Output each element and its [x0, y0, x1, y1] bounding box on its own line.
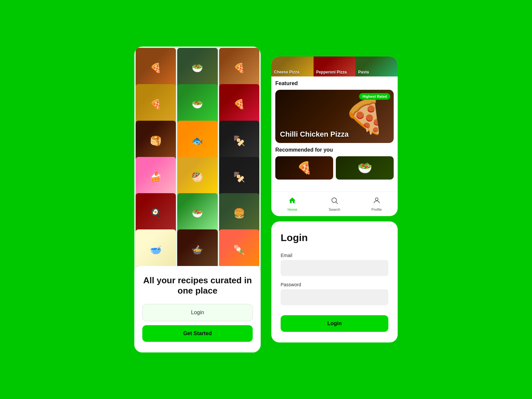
home-icon	[288, 197, 296, 206]
nav-home-label: Home	[288, 207, 297, 211]
svg-point-2	[375, 198, 378, 200]
food-item: 🍕	[136, 48, 176, 88]
category-label: Pepperoni Pizza	[316, 70, 347, 74]
food-app-screen: Cheese Pizza Pepperoni Pizza Pasta Featu…	[271, 57, 398, 216]
login-title: Login	[281, 232, 388, 243]
login-screen: Login Email Password Login	[271, 221, 398, 342]
nav-search[interactable]: Search	[314, 195, 356, 213]
svg-line-1	[336, 202, 338, 204]
food-grid: 🍕 🥗 🍕 🍕 🥗 🍕 🥞 🐟 🍢 🍰 🥙 🍢 🍳 🥗 🍔 🥣 🍲 🍡	[134, 47, 261, 266]
rec-image-2: 🥗	[336, 156, 394, 180]
food-item: 🥗	[177, 193, 217, 233]
category-label: Pasta	[358, 70, 369, 74]
featured-title: Featured	[275, 80, 394, 86]
login-button[interactable]: Login	[281, 315, 388, 332]
search-icon	[331, 197, 338, 206]
food-item: 🐟	[177, 121, 217, 161]
email-input[interactable]	[281, 260, 388, 276]
email-label: Email	[281, 253, 388, 258]
recommended-section: Recommended for you 🍕 🥗	[271, 146, 398, 182]
food-item: 🍕	[219, 84, 259, 124]
category-label: Cheese Pizza	[274, 70, 299, 74]
left-phone-panel: 🍕 🥗 🍕 🍕 🥗 🍕 🥞 🐟 🍢 🍰 🥙 🍢 🍳 🥗 🍔 🥣 🍲 🍡 All …	[134, 47, 261, 352]
food-item: 🍲	[177, 229, 217, 266]
food-item: 🍕	[136, 84, 176, 124]
food-item: 🍢	[219, 157, 259, 197]
food-item: 🍔	[219, 193, 259, 233]
category-cheese-pizza[interactable]: Cheese Pizza	[271, 57, 314, 76]
login-button-left[interactable]: Login	[142, 304, 253, 321]
category-bar: Cheese Pizza Pepperoni Pizza Pasta	[271, 57, 398, 76]
food-item: 🍰	[136, 157, 176, 197]
tagline: All your recipes curated in one place	[142, 275, 253, 296]
food-item: 🍡	[219, 229, 259, 266]
recommended-title: Recommended for you	[275, 147, 394, 153]
bottom-nav: Home Search Profile	[271, 192, 398, 216]
food-item: 🥗	[177, 84, 217, 124]
nav-home[interactable]: Home	[271, 195, 314, 213]
svg-point-0	[332, 198, 336, 202]
rec-image-1: 🍕	[275, 156, 333, 180]
featured-card[interactable]: 🍕 Highest Rated Chilli Chicken Pizza	[275, 90, 394, 143]
category-pepperoni-pizza[interactable]: Pepperoni Pizza	[314, 57, 356, 76]
profile-icon	[373, 197, 381, 206]
food-item: 🥣	[136, 229, 176, 266]
nav-profile[interactable]: Profile	[355, 195, 398, 213]
nav-profile-label: Profile	[371, 207, 382, 211]
get-started-button[interactable]: Get Started	[142, 325, 253, 342]
food-item: 🥙	[177, 157, 217, 197]
bottom-overlay: All your recipes curated in one place Lo…	[134, 266, 261, 352]
food-item: 🥗	[177, 48, 217, 88]
food-item: 🍳	[136, 193, 176, 233]
right-column: Cheese Pizza Pepperoni Pizza Pasta Featu…	[271, 57, 398, 342]
recommended-card-2[interactable]: 🥗	[336, 156, 394, 180]
category-pasta[interactable]: Pasta	[355, 57, 398, 76]
food-item: 🥞	[136, 121, 176, 161]
food-item: 🍢	[219, 121, 259, 161]
recommended-cards: 🍕 🥗	[275, 156, 394, 180]
food-item: 🍕	[219, 48, 259, 88]
password-label: Password	[281, 282, 388, 287]
password-input[interactable]	[281, 289, 388, 305]
featured-section: Featured 🍕 Highest Rated Chilli Chicken …	[271, 76, 398, 146]
recommended-card-1[interactable]: 🍕	[275, 156, 333, 180]
nav-search-label: Search	[329, 207, 340, 211]
featured-badge: Highest Rated	[359, 93, 390, 100]
